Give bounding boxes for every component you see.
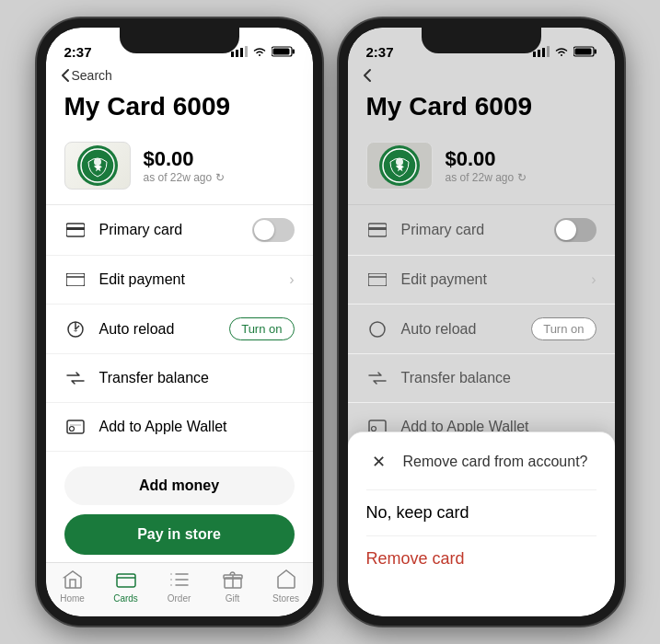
menu-item-edit-payment-2: Edit payment › bbox=[348, 256, 615, 305]
edit-payment-chevron-2: › bbox=[591, 271, 596, 288]
battery-icon bbox=[272, 46, 295, 57]
svg-point-36 bbox=[396, 158, 403, 166]
nav-item-home[interactable]: Home bbox=[47, 569, 98, 604]
svg-rect-38 bbox=[368, 227, 387, 230]
card-thumbnail-2: ★ bbox=[366, 142, 433, 190]
chevron-left-icon-2 bbox=[363, 68, 372, 83]
card-section: ★ $0.00 as of 22w ago ↻ bbox=[46, 132, 313, 205]
sheet-header: ✕ Remove card from account? bbox=[366, 449, 596, 475]
transfer-balance-icon-2 bbox=[366, 367, 388, 389]
add-money-button[interactable]: Add money bbox=[64, 466, 295, 505]
menu-item-transfer-balance[interactable]: Transfer balance bbox=[46, 354, 313, 403]
sheet-close-button[interactable]: ✕ bbox=[366, 449, 392, 475]
card-info-2: $0.00 as of 22w ago ↻ bbox=[446, 147, 527, 184]
remove-card-action[interactable]: Remove card bbox=[366, 535, 596, 581]
svg-rect-29 bbox=[547, 46, 550, 57]
menu-item-auto-reload[interactable]: + Auto reload Turn on bbox=[46, 305, 313, 354]
svg-point-43 bbox=[371, 427, 376, 431]
battery-icon-2 bbox=[573, 46, 596, 57]
menu-item-add-apple-wallet[interactable]: Add to Apple Wallet bbox=[46, 403, 313, 452]
home-icon bbox=[62, 569, 84, 591]
status-icons-2 bbox=[533, 46, 596, 57]
svg-rect-13 bbox=[66, 273, 85, 286]
primary-card-label: Primary card bbox=[99, 222, 239, 238]
add-apple-wallet-label: Add to Apple Wallet bbox=[99, 419, 295, 435]
back-label: Search bbox=[72, 68, 112, 83]
nav-item-stores[interactable]: Stores bbox=[261, 569, 312, 604]
primary-card-icon-2 bbox=[366, 219, 388, 241]
card-info: $0.00 as of 22w ago ↻ bbox=[144, 147, 226, 184]
edit-payment-icon bbox=[64, 269, 87, 291]
card-updated-2: as of 22w ago ↻ bbox=[446, 171, 527, 184]
svg-point-20 bbox=[69, 427, 74, 431]
nav-bar: Search bbox=[46, 66, 313, 88]
refresh-icon-2[interactable]: ↻ bbox=[517, 171, 527, 184]
card-thumbnail: ★ bbox=[64, 142, 131, 190]
svg-text:+: + bbox=[73, 327, 77, 335]
sheet-title: Remove card from account? bbox=[403, 454, 588, 470]
bottom-sheet: ✕ Remove card from account? No, keep car… bbox=[348, 431, 615, 616]
edit-payment-label: Edit payment bbox=[99, 271, 277, 288]
svg-rect-5 bbox=[292, 50, 295, 54]
transfer-balance-label-2: Transfer balance bbox=[401, 370, 596, 386]
notch bbox=[120, 28, 239, 53]
back-button-2[interactable] bbox=[363, 68, 372, 83]
card-section-2: ★ $0.00 as of 22w ago ↻ bbox=[348, 132, 615, 205]
refresh-icon[interactable]: ↻ bbox=[215, 171, 225, 184]
pay-in-store-button[interactable]: Pay in store bbox=[64, 514, 295, 555]
svg-rect-6 bbox=[272, 49, 289, 55]
edit-payment-label-2: Edit payment bbox=[401, 271, 579, 288]
menu-item-auto-reload-2: Auto reload Turn on bbox=[348, 305, 615, 354]
menu-list: Primary card Edit payment › + Auto r bbox=[46, 205, 313, 457]
nav-cards-label: Cards bbox=[113, 593, 138, 604]
stores-icon bbox=[275, 569, 297, 591]
card-balance: $0.00 bbox=[144, 147, 226, 171]
transfer-balance-label: Transfer balance bbox=[99, 370, 295, 386]
auto-reload-label: Auto reload bbox=[99, 321, 217, 338]
svg-rect-26 bbox=[533, 52, 536, 57]
svg-rect-1 bbox=[236, 50, 238, 57]
menu-item-primary-card-2: Primary card bbox=[348, 205, 615, 256]
svg-rect-3 bbox=[245, 46, 248, 57]
auto-reload-icon-2 bbox=[366, 318, 388, 340]
apple-wallet-icon bbox=[64, 416, 87, 438]
card-balance-2: $0.00 bbox=[446, 147, 527, 171]
primary-card-toggle[interactable] bbox=[252, 218, 295, 242]
primary-card-icon bbox=[64, 219, 87, 241]
bottom-nav: Home Cards Order Gift Stores bbox=[46, 562, 313, 616]
svg-rect-31 bbox=[594, 50, 596, 54]
menu-item-transfer-balance-2: Transfer balance bbox=[348, 354, 615, 403]
primary-card-label-2: Primary card bbox=[401, 222, 541, 238]
nav-home-label: Home bbox=[60, 593, 85, 604]
auto-reload-turn-on-2: Turn on bbox=[531, 317, 596, 340]
auto-reload-turn-on[interactable]: Turn on bbox=[229, 317, 294, 340]
svg-point-41 bbox=[370, 322, 385, 337]
svg-point-10 bbox=[94, 158, 101, 166]
gift-icon bbox=[222, 569, 244, 591]
page-title: My Card 6009 bbox=[46, 88, 313, 132]
phone-2: 2:37 bbox=[339, 18, 624, 626]
edit-payment-icon-2 bbox=[366, 269, 388, 291]
nav-gift-label: Gift bbox=[226, 593, 240, 604]
menu-item-edit-payment[interactable]: Edit payment › bbox=[46, 256, 313, 305]
nav-item-gift[interactable]: Gift bbox=[207, 569, 259, 604]
nav-item-order[interactable]: Order bbox=[154, 569, 205, 604]
bottom-actions: Add money Pay in store bbox=[46, 457, 313, 562]
svg-rect-23 bbox=[117, 574, 135, 587]
nav-order-label: Order bbox=[168, 593, 191, 604]
svg-rect-0 bbox=[231, 52, 234, 57]
card-updated: as of 22w ago ↻ bbox=[144, 171, 226, 184]
svg-rect-12 bbox=[66, 227, 85, 230]
notch-2 bbox=[422, 28, 541, 53]
nav-item-cards[interactable]: Cards bbox=[100, 569, 152, 604]
page-title-2: My Card 6009 bbox=[348, 88, 615, 132]
svg-rect-27 bbox=[538, 50, 540, 57]
keep-card-action[interactable]: No, keep card bbox=[366, 489, 596, 535]
cards-icon bbox=[115, 569, 137, 591]
status-icons bbox=[231, 46, 295, 57]
svg-rect-39 bbox=[368, 273, 387, 286]
menu-item-primary-card[interactable]: Primary card bbox=[46, 205, 313, 256]
back-button[interactable]: Search bbox=[61, 68, 112, 83]
edit-payment-chevron: › bbox=[289, 271, 294, 288]
wifi-icon-2 bbox=[554, 46, 569, 57]
